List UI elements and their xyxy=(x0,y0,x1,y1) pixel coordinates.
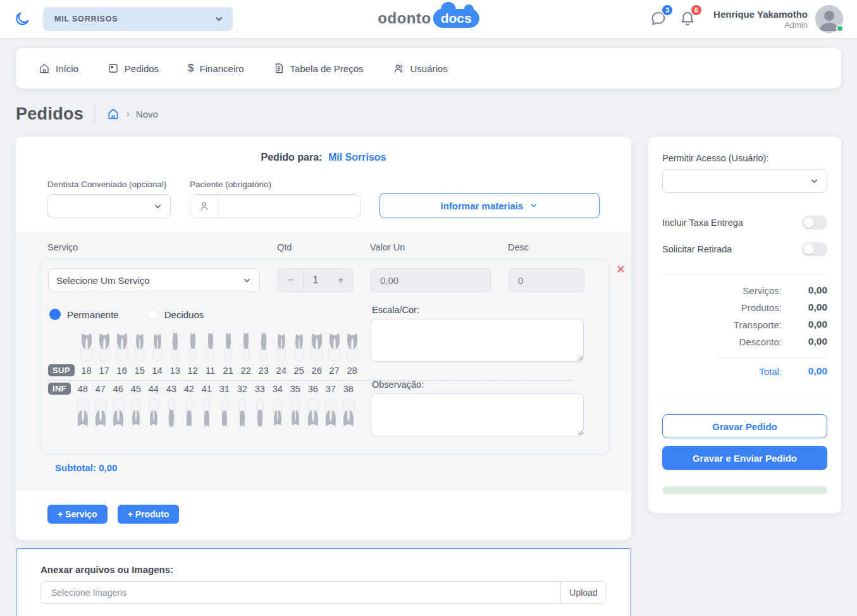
tooth-cell[interactable]: 35 xyxy=(287,383,304,429)
discount-input: 0 xyxy=(509,268,584,292)
tooth-number: 31 xyxy=(219,383,230,395)
qty-minus-button[interactable]: − xyxy=(278,269,303,292)
tooth-cell[interactable]: 43 xyxy=(163,383,180,429)
pickup-label: Solicitar Retirada xyxy=(662,244,732,254)
tooth-cell[interactable]: 45 xyxy=(127,383,145,429)
tooth-cell[interactable]: 17 xyxy=(96,330,113,377)
tooth-cell[interactable]: 44 xyxy=(145,383,163,429)
tooth-cell[interactable]: 11 xyxy=(202,330,219,377)
upload-button[interactable]: Upload xyxy=(560,582,606,603)
tooth-number: 42 xyxy=(184,383,194,395)
document-icon xyxy=(273,63,285,74)
tooth-number: 41 xyxy=(202,383,212,395)
order-client-link[interactable]: Mil Sorrisos xyxy=(328,152,386,163)
grand-total-label: Total: xyxy=(759,366,782,377)
chevron-down-icon xyxy=(214,14,224,24)
nav-item-inicio[interactable]: Início xyxy=(39,63,78,74)
tooth-icon xyxy=(217,395,232,429)
access-user-select[interactable] xyxy=(662,169,827,193)
radio-deciduos[interactable]: Deciduos xyxy=(147,309,204,320)
breadcrumb-current: Novo xyxy=(136,109,158,120)
tooth-cell[interactable]: 13 xyxy=(166,330,184,377)
observation-textarea[interactable] xyxy=(371,393,584,436)
tooth-number: 33 xyxy=(255,383,265,395)
quantity-stepper: − 1 + xyxy=(278,268,354,292)
patient-input[interactable] xyxy=(218,195,360,218)
messages-button[interactable]: 3 xyxy=(649,9,668,28)
delivery-fee-toggle[interactable] xyxy=(802,216,827,230)
qty-plus-button[interactable]: + xyxy=(328,269,353,292)
tooth-icon xyxy=(341,395,356,429)
tooth-cell[interactable]: 23 xyxy=(255,330,273,377)
tooth-cell[interactable]: 36 xyxy=(304,383,322,429)
tooth-cell[interactable]: 21 xyxy=(219,330,237,377)
order-title: Pedido para: Mil Sorrisos xyxy=(16,137,631,163)
service-select[interactable]: Selecione Um Serviço xyxy=(48,268,260,292)
add-product-button[interactable]: + Produto xyxy=(118,505,180,524)
tooth-cell[interactable]: 26 xyxy=(308,330,326,377)
tooth-cell[interactable]: 46 xyxy=(109,383,127,429)
tooth-cell[interactable]: 34 xyxy=(269,383,287,429)
nav-item-usuarios[interactable]: Usuários xyxy=(393,63,448,75)
tooth-icon xyxy=(327,330,342,364)
tooth-icon xyxy=(305,395,321,429)
total-line-label: Transporte: xyxy=(734,319,782,330)
tooth-cell[interactable]: 15 xyxy=(131,330,149,377)
tooth-cell[interactable]: 14 xyxy=(149,330,166,377)
user-avatar[interactable] xyxy=(815,5,843,33)
tooth-cell[interactable]: 48 xyxy=(74,383,92,429)
tooth-cell[interactable]: 32 xyxy=(233,383,251,429)
grand-total-value: 0,00 xyxy=(798,366,827,377)
pickup-toggle[interactable] xyxy=(802,242,827,256)
tooth-cell[interactable]: 16 xyxy=(113,330,131,377)
tooth-cell[interactable]: 41 xyxy=(198,383,216,429)
tooth-cell[interactable]: 38 xyxy=(340,383,357,429)
order-summary-panel: Permitir Acesso (Usuário): Incluir Taxa … xyxy=(648,137,841,513)
save-order-button[interactable]: Gravar Pedido xyxy=(662,414,827,438)
divider xyxy=(661,274,829,274)
tooth-cell[interactable]: 12 xyxy=(184,330,202,377)
tooth-cell[interactable]: 25 xyxy=(290,330,308,377)
inform-materials-button[interactable]: informar materiais xyxy=(379,193,600,218)
radio-permanente[interactable]: Permanente xyxy=(49,309,119,320)
tooth-number: 12 xyxy=(188,364,198,377)
scale-color-label: Escala/Cor: xyxy=(372,305,584,315)
nav-item-financeiro[interactable]: Financeiro xyxy=(188,62,244,75)
tooth-icon xyxy=(111,395,126,429)
tooth-cell[interactable]: 47 xyxy=(92,383,109,429)
tooth-icon xyxy=(345,330,360,364)
tooth-cell[interactable]: 37 xyxy=(322,383,340,429)
save-and-send-order-button[interactable]: Gravar e Enviar Pedido xyxy=(662,446,827,470)
file-input[interactable]: Selecione Imagens xyxy=(41,582,560,603)
qty-column-label: Qtd xyxy=(277,242,370,252)
tooth-number: 38 xyxy=(343,383,354,395)
divider xyxy=(717,357,827,358)
service-item-card: Selecione Um Serviço − 1 + 0,00 0 xyxy=(40,259,609,455)
tooth-cell[interactable]: 28 xyxy=(343,330,361,377)
tooth-icon xyxy=(97,330,112,364)
tooth-cell[interactable]: 22 xyxy=(237,330,255,377)
tooth-cell[interactable]: 27 xyxy=(326,330,343,377)
tooth-cell[interactable]: 18 xyxy=(78,330,96,377)
nav-item-pedidos[interactable]: Pedidos xyxy=(108,63,159,74)
page-title: Pedidos xyxy=(16,104,83,124)
tooth-number: 32 xyxy=(237,383,247,395)
add-service-button[interactable]: + Serviço xyxy=(47,505,108,524)
tooth-cell[interactable]: 31 xyxy=(216,383,233,429)
remove-service-icon[interactable] xyxy=(616,264,626,274)
dentist-select[interactable] xyxy=(47,194,171,218)
breadcrumb-home-icon[interactable] xyxy=(107,108,120,120)
dark-mode-toggle-icon[interactable] xyxy=(14,11,30,27)
tooth-number: 44 xyxy=(149,383,159,395)
notifications-button[interactable]: 6 xyxy=(678,9,697,28)
tooth-icon xyxy=(292,330,307,364)
tooth-cell[interactable]: 33 xyxy=(251,383,269,429)
dentist-label: Dentista Conveniado (opcional) xyxy=(47,180,171,189)
scale-color-textarea[interactable] xyxy=(371,319,584,362)
breadcrumb-separator-icon xyxy=(120,108,136,120)
clinic-selector[interactable]: MIL SORRISOS xyxy=(43,7,233,31)
tooth-number: 46 xyxy=(113,383,123,395)
tooth-cell[interactable]: 24 xyxy=(273,330,290,377)
tooth-cell[interactable]: 42 xyxy=(180,383,198,429)
nav-item-tabela-de-precos[interactable]: Tabela de Preços xyxy=(273,63,364,74)
